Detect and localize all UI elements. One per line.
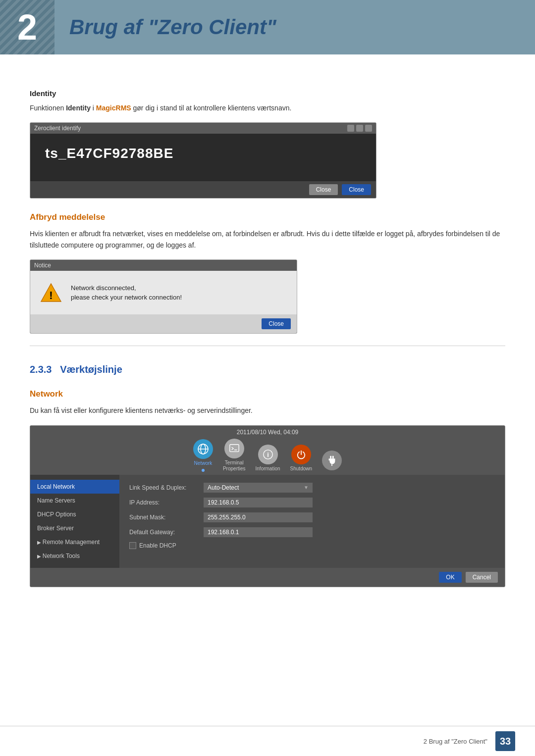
section-233-heading: 2.3.3 Værktøjslinje [30, 364, 505, 375]
chapter-title: Brug af "Zero Client" [69, 15, 276, 39]
svg-text:i: i [267, 451, 269, 458]
footer-page-number: 33 [495, 731, 515, 751]
network-time: 2011/08/10 Wed, 04:09 [237, 429, 299, 436]
identity-footer: Close Close [30, 181, 376, 198]
network-cancel-button[interactable]: Cancel [466, 572, 498, 583]
dhcp-checkbox-row: Enable DHCP [129, 542, 495, 549]
afbryd-body: Hvis klienten er afbrudt fra netværket, … [30, 228, 505, 251]
notice-line1: Network disconnected, [71, 283, 182, 293]
warning-icon: ! [40, 282, 62, 303]
network-footer: OK Cancel [30, 568, 505, 587]
sidebar-item-tools[interactable]: Network Tools [30, 549, 119, 563]
toolbar-item-plugin[interactable] [322, 451, 342, 472]
identity-section: Identity Funktionen Identity i MagicRMS … [30, 89, 505, 199]
svg-rect-9 [330, 455, 331, 458]
field-label-gateway: Default Gateway: [129, 529, 199, 536]
notice-footer: Close [30, 314, 297, 333]
footer-text: 2 Brug af "Zero Client" [424, 738, 487, 745]
identity-body: Funktionen Identity i MagicRMS gør dig i… [30, 102, 505, 113]
svg-text:!: ! [49, 289, 53, 302]
shutdown-icon [291, 445, 311, 464]
titlebar-controls [347, 125, 372, 132]
dropdown-arrow-linkspeed: ▼ [304, 485, 309, 490]
notice-titlebar-text: Notice [34, 262, 51, 269]
toolbar-item-terminal[interactable]: TerminalProperties [223, 439, 246, 472]
field-row-subnet: Subnet Mask: 255.255.255.0 [129, 512, 495, 522]
sidebar-item-remote[interactable]: Remote Management [30, 535, 119, 549]
identity-titlebar: Zeroclient identify [30, 123, 376, 134]
network-main: Local Network Name Servers DHCP Options … [30, 475, 505, 568]
toolbar-label-terminal: TerminalProperties [223, 460, 246, 472]
field-row-gateway: Default Gateway: 192.168.0.1 [129, 527, 495, 537]
chapter-number: 2 [17, 9, 37, 45]
toolbar-label-info: Information [256, 466, 280, 472]
field-label-subnet: Subnet Mask: [129, 514, 199, 521]
notice-screenshot: Notice ! Network disconnected, please ch… [30, 259, 297, 334]
main-content: Identity Funktionen Identity i MagicRMS … [0, 69, 535, 626]
identity-bold1: Identity [66, 104, 91, 112]
field-row-linkspeed: Link Speed & Duplex: Auto-Detect ▼ [129, 483, 495, 493]
notice-titlebar: Notice [30, 260, 297, 271]
network-screenshot: 2011/08/10 Wed, 04:09 Network Termina [30, 425, 505, 587]
toolbar-label-shutdown: Shutdown [290, 466, 312, 472]
afbryd-section: Afbryd meddelelse Hvis klienten er afbru… [30, 212, 505, 334]
page-header: 2 Brug af "Zero Client" [0, 0, 535, 54]
plugin-icon [322, 451, 342, 470]
dhcp-checkbox-label: Enable DHCP [139, 542, 176, 549]
afbryd-heading: Afbryd meddelelse [30, 212, 505, 222]
svg-rect-5 [230, 444, 239, 452]
info-icon: i [258, 445, 278, 464]
chapter-number-box: 2 [0, 0, 54, 54]
network-sidebar: Local Network Name Servers DHCP Options … [30, 475, 119, 568]
field-value-gateway[interactable]: 192.168.0.1 [204, 527, 313, 537]
identity-titlebar-text: Zeroclient identify [34, 125, 81, 132]
section-233-title: Værktøjslinje [60, 364, 122, 375]
toolbar-indicator [202, 469, 205, 472]
network-heading: Network [30, 389, 505, 399]
field-row-ip: IP Address: 192.168.0.5 [129, 498, 495, 507]
identity-close-button[interactable]: Close [342, 184, 371, 195]
network-content: Link Speed & Duplex: Auto-Detect ▼ IP Ad… [119, 475, 505, 568]
sidebar-item-dhcp[interactable]: DHCP Options [30, 507, 119, 521]
field-value-subnet[interactable]: 255.255.255.0 [204, 512, 313, 522]
identity-hostname: ts_E47CF92788BE [45, 146, 361, 161]
network-body: Du kan få vist eller konfigurere kliente… [30, 405, 505, 416]
identity-bold2: MagicRMS [96, 104, 131, 112]
field-value-linkspeed[interactable]: Auto-Detect ▼ [204, 483, 313, 493]
svg-rect-11 [331, 464, 332, 466]
titlebar-btn-2 [356, 125, 363, 132]
sidebar-item-nameservers[interactable]: Name Servers [30, 494, 119, 507]
terminal-icon [224, 439, 244, 458]
identity-heading: Identity [30, 89, 505, 98]
sidebar-item-localnetwork[interactable]: Local Network [30, 480, 119, 494]
notice-close-button[interactable]: Close [262, 318, 291, 329]
chapter-title-area: Brug af "Zero Client" [54, 0, 535, 54]
toolbar-item-info[interactable]: i Information [256, 445, 280, 472]
divider [30, 346, 505, 346]
sidebar-item-broker[interactable]: Broker Server [30, 521, 119, 535]
notice-line2: please check your network connection! [71, 293, 182, 302]
identity-gray-button[interactable]: Close [309, 184, 338, 195]
dhcp-checkbox[interactable] [129, 542, 136, 549]
network-ok-button[interactable]: OK [439, 572, 461, 583]
toolbar-icons: Network TerminalProperties i Informa [193, 439, 342, 474]
titlebar-btn-1 [347, 125, 354, 132]
notice-text: Network disconnected, please check your … [71, 283, 182, 302]
network-icon [193, 439, 213, 459]
identity-screenshot: Zeroclient identify ts_E47CF92788BE Clos… [30, 122, 376, 199]
toolbar-item-network[interactable]: Network [193, 439, 213, 472]
titlebar-btn-3 [365, 125, 372, 132]
svg-rect-10 [332, 455, 334, 458]
field-label-linkspeed: Link Speed & Duplex: [129, 484, 199, 491]
section-233: 2.3.3 Værktøjslinje [30, 364, 505, 375]
toolbar-label-network: Network [194, 460, 213, 466]
network-section: Network Du kan få vist eller konfigurere… [30, 389, 505, 587]
section-233-number: 2.3.3 [30, 364, 52, 375]
notice-body: ! Network disconnected, please check you… [30, 271, 297, 314]
network-topbar: 2011/08/10 Wed, 04:09 Network Termina [30, 426, 505, 475]
field-label-ip: IP Address: [129, 499, 199, 506]
page-footer: 2 Brug af "Zero Client" 33 [0, 726, 535, 756]
toolbar-item-shutdown[interactable]: Shutdown [290, 445, 312, 472]
field-value-ip[interactable]: 192.168.0.5 [204, 498, 313, 507]
identity-body-area: ts_E47CF92788BE [30, 134, 376, 181]
